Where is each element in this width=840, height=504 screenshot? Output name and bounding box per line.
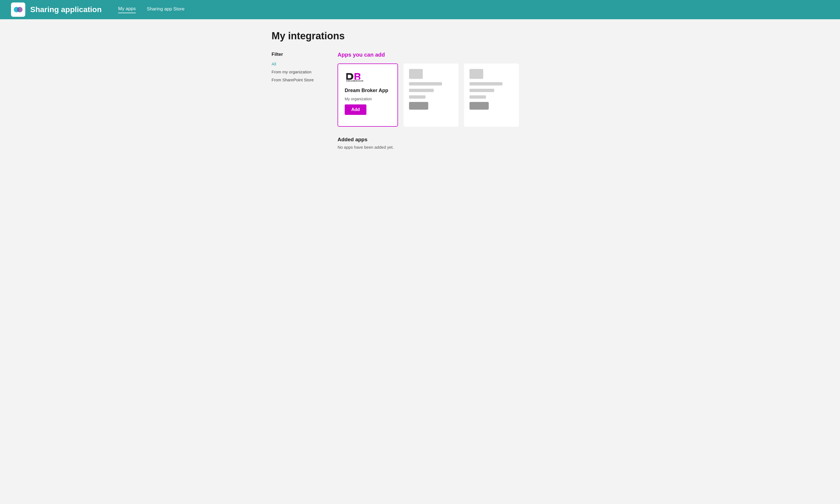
nav-sharing-app-store[interactable]: Sharing app Store: [147, 6, 184, 13]
app-title: Sharing application: [30, 5, 102, 14]
placeholder-line-3b: [469, 89, 494, 92]
placeholder-line-3a: [469, 82, 502, 86]
filter-from-sharepoint[interactable]: From SharePoint Store: [272, 77, 326, 82]
dreambroker-logo-svg: DREAMBROKER: [345, 71, 372, 83]
svg-point-1: [17, 7, 22, 12]
filter-label: Filter: [272, 52, 326, 57]
placeholder-line-2a: [409, 82, 442, 86]
apps-section: Apps you can add DREAMBROKER: [338, 52, 568, 149]
main-content: My integrations Filter All From my organ…: [255, 19, 585, 161]
filter-sidebar: Filter All From my organization From Sha…: [272, 52, 326, 82]
content-layout: Filter All From my organization From Sha…: [272, 52, 568, 149]
apps-grid: DREAMBROKER Dream Broker App My organiza…: [338, 64, 568, 127]
dreambroker-logo: DREAMBROKER: [345, 71, 391, 83]
add-button[interactable]: Add: [345, 104, 367, 115]
svg-text:DREAMBROKER: DREAMBROKER: [346, 80, 364, 82]
placeholder-btn-2: [409, 102, 428, 110]
placeholder-img-2: [409, 69, 423, 79]
nav-my-apps[interactable]: My apps: [118, 6, 136, 13]
header: Sharing application My apps Sharing app …: [0, 0, 840, 19]
filter-list: All From my organization From SharePoint…: [272, 61, 326, 82]
placeholder-btn-3: [469, 102, 489, 110]
placeholder-img-3: [469, 69, 483, 79]
filter-all[interactable]: All: [272, 61, 326, 66]
apps-you-can-add-title: Apps you can add: [338, 52, 568, 58]
added-apps-empty: No apps have been added yet.: [338, 145, 568, 149]
app-logo: [11, 2, 25, 17]
added-apps-title: Added apps: [338, 137, 568, 143]
main-nav: My apps Sharing app Store: [118, 6, 184, 13]
placeholder-card-3: [464, 64, 519, 127]
page-title: My integrations: [272, 30, 568, 42]
placeholder-line-2c: [409, 95, 426, 98]
filter-from-org[interactable]: From my organization: [272, 70, 326, 74]
dream-broker-card: DREAMBROKER Dream Broker App My organiza…: [338, 64, 398, 127]
placeholder-line-3c: [469, 95, 486, 98]
app-org: My organization: [345, 97, 391, 101]
app-name: Dream Broker App: [345, 88, 391, 93]
placeholder-card-2: [404, 64, 459, 127]
placeholder-line-2b: [409, 89, 434, 92]
